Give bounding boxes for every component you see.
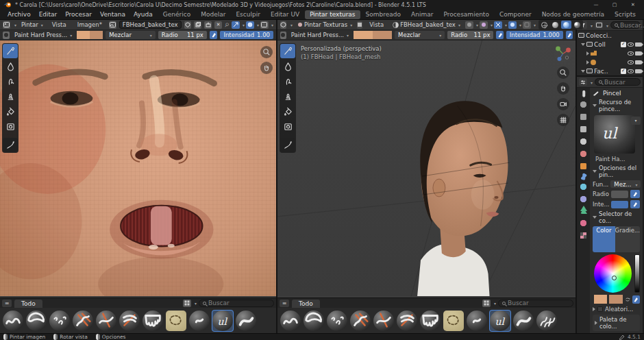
brush-asset-preview[interactable]: ul ▾ [594, 115, 635, 154]
brush-ul[interactable]: ul [489, 310, 511, 332]
soften-tool-button[interactable] [3, 59, 18, 73]
primary-color-swatch[interactable] [77, 31, 90, 39]
tab-world[interactable] [580, 151, 586, 157]
expand-icon[interactable] [581, 70, 585, 73]
brush-wave[interactable] [235, 310, 257, 332]
secondary-color-swatch[interactable] [373, 31, 392, 39]
image-menu[interactable]: Imagen* [73, 21, 106, 29]
tab-view-layer[interactable] [580, 126, 586, 132]
close-button[interactable]: ✕ [626, 0, 641, 10]
camera-view-icon[interactable] [557, 98, 569, 110]
brush-asset-dropdown[interactable]: ▾ [631, 117, 641, 125]
brush-striped-3[interactable] [396, 310, 418, 332]
expand-icon[interactable] [593, 307, 595, 311]
workspace-tab[interactable]: Pintar texturas [305, 10, 360, 19]
outliner-display-mode-icon[interactable] [595, 21, 603, 29]
outliner-row-scene-collection[interactable]: Colecci.. [577, 31, 643, 40]
radius-slider[interactable]: Radio11 px [447, 31, 493, 39]
workspace-tab[interactable]: Sombreado [361, 10, 406, 19]
tab-output[interactable] [580, 114, 586, 120]
new-image-icon[interactable] [194, 21, 201, 29]
zoom-gizmo-icon[interactable] [260, 46, 273, 58]
smear-tool-button[interactable] [3, 74, 18, 88]
annotate-tool-button[interactable] [280, 138, 295, 152]
snap-icon[interactable] [494, 21, 502, 29]
radius-pressure-toggle[interactable] [496, 31, 503, 39]
brush-selector[interactable]: Paint Hard Press... [289, 31, 351, 40]
outliner-row-face-collection[interactable]: Fac.. [577, 66, 643, 75]
tab-render[interactable] [580, 101, 586, 108]
tab-material[interactable] [580, 220, 586, 226]
expand-icon[interactable] [581, 43, 585, 46]
color-wheel[interactable] [594, 254, 632, 293]
value-slider[interactable] [634, 254, 640, 293]
view-menu[interactable]: Vista [48, 21, 71, 29]
hide-toggle[interactable] [628, 60, 634, 64]
hide-toggle[interactable] [628, 51, 634, 56]
shelf-search-input[interactable]: Buscar [498, 300, 573, 307]
mask-tool-button[interactable] [280, 119, 295, 134]
outliner-row-camera-object[interactable] [577, 49, 643, 58]
soften-tool-button[interactable] [280, 59, 295, 73]
properties-search-input[interactable]: Buscar [595, 78, 641, 86]
shading-material-button[interactable] [561, 21, 571, 29]
smear-tool-button[interactable] [280, 74, 295, 88]
color-wheel-cursor[interactable] [612, 276, 617, 280]
tab-scene[interactable] [580, 138, 586, 145]
brush-drip[interactable] [142, 310, 164, 332]
view-menu[interactable]: Vista [365, 21, 388, 29]
expand-icon[interactable] [586, 51, 589, 56]
menu-item[interactable]: Archivo [3, 10, 35, 19]
brush-striped-1[interactable] [72, 310, 94, 332]
image-options-icon[interactable] [260, 21, 269, 29]
brush-ul[interactable]: ul [212, 310, 234, 332]
brush-blob[interactable] [25, 310, 47, 332]
overlays-toggle-icon[interactable] [523, 21, 531, 29]
strength-pressure-toggle[interactable] [566, 31, 573, 39]
shading-solid-button[interactable] [550, 21, 560, 29]
unlink-image-icon[interactable]: ✕ [214, 21, 222, 29]
tab-tool[interactable] [580, 90, 587, 97]
pack-image-icon[interactable] [204, 21, 212, 29]
brush-blob[interactable] [303, 310, 325, 332]
tab-modifiers[interactable] [580, 173, 587, 180]
gizmos-dropdown-icon[interactable] [232, 21, 240, 29]
render-toggle[interactable] [635, 42, 641, 47]
workspace-tab[interactable]: Nodos de geometría [537, 10, 609, 19]
clone-tool-button[interactable] [3, 89, 18, 104]
texture-slot-dropdown[interactable]: FBHead_baked_tex [391, 21, 462, 29]
workspace-tab[interactable]: Scripts [610, 10, 641, 19]
render-toggle[interactable] [635, 51, 641, 56]
brush-striped-2[interactable] [95, 310, 117, 332]
mask-tool-button[interactable] [3, 119, 18, 134]
strength-slider[interactable] [611, 201, 628, 208]
outliner-search-input[interactable]: Buscar... [610, 21, 641, 29]
secondary-color-swatch[interactable] [90, 31, 103, 39]
minimize-button[interactable]: — [589, 0, 604, 10]
radius-slider[interactable]: Radio11 px [158, 31, 207, 39]
brush-squiggle[interactable] [280, 310, 301, 332]
render-toggle[interactable] [635, 69, 641, 73]
brush-striped-2[interactable] [373, 310, 395, 332]
image-name-field[interactable]: FBHead_baked_tex [119, 21, 182, 29]
strength-slider[interactable]: Intensidad1.000 [506, 31, 563, 39]
display-channels-icon[interactable] [246, 21, 254, 29]
hide-toggle[interactable] [628, 42, 634, 47]
brush-scribble[interactable] [326, 310, 348, 332]
radius-pressure-toggle[interactable] [210, 31, 218, 39]
shelf-display-icon[interactable] [482, 300, 491, 307]
blend-mode-dropdown[interactable]: Mezclar [395, 31, 445, 39]
secondary-color-swatch[interactable] [609, 295, 622, 304]
exclude-checkbox[interactable] [621, 42, 626, 47]
properties-editor-icon[interactable] [579, 78, 587, 86]
workspace-tab[interactable]: Componer [495, 10, 536, 19]
clone-tool-button[interactable] [280, 89, 295, 104]
viewport-canvas[interactable]: Personalizada (perspectiva) (1) FBHead |… [277, 40, 575, 298]
brush-striped-3[interactable] [119, 310, 140, 332]
mode-dropdown[interactable]: Pintar [19, 21, 45, 29]
brush-squiggle[interactable] [2, 310, 24, 332]
mode-dropdown[interactable]: Pintar Texturas [295, 21, 354, 29]
radius-slider[interactable] [611, 191, 628, 198]
brush-striped-1[interactable] [349, 310, 371, 332]
strength-slider[interactable]: Intensidad1.00 [220, 31, 273, 39]
